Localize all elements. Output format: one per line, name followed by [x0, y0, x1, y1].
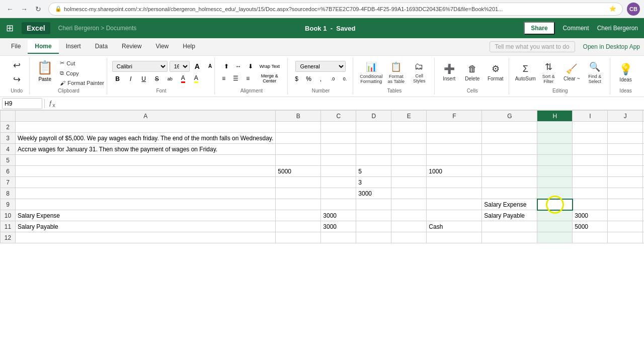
cell-E8[interactable] [391, 188, 427, 199]
row-num-5[interactable]: 5 [1, 155, 16, 166]
cell-D7[interactable]: 3 [356, 177, 391, 188]
cell-F2[interactable] [427, 122, 482, 133]
cell-F9[interactable] [427, 199, 482, 210]
cell-F5[interactable] [427, 155, 482, 166]
cell-A5[interactable] [16, 155, 276, 166]
cell-I7[interactable] [573, 177, 608, 188]
font-size-select[interactable]: 16 [170, 61, 190, 72]
format-as-table-button[interactable]: 📋 Formatas Table [385, 59, 407, 86]
ribbon-tab-data[interactable]: Data [88, 40, 115, 54]
cell-E12[interactable] [391, 232, 427, 243]
cell-C3[interactable] [321, 133, 356, 144]
ribbon-tab-file[interactable]: File [4, 40, 28, 54]
cell-J10[interactable] [608, 210, 643, 221]
cell-H5[interactable] [537, 155, 573, 166]
bold-button[interactable]: B [112, 73, 123, 84]
comma-button[interactable]: , [315, 73, 327, 84]
address-bar[interactable]: 🔒 holmescc-my.sharepoint.com/:x:/r/perso… [48, 3, 623, 16]
wrap-text-button[interactable]: Wrap Text [257, 61, 282, 72]
cell-J4[interactable] [608, 144, 643, 155]
cell-A12[interactable] [16, 232, 276, 243]
cell-G10[interactable]: Salary Payable [482, 210, 537, 221]
autosum-button[interactable]: Σ AutoSum [514, 62, 536, 83]
cell-G7[interactable] [482, 177, 537, 188]
cell-B12[interactable] [276, 232, 321, 243]
number-format-select[interactable]: General [295, 61, 346, 72]
percent-button[interactable]: % [303, 73, 314, 84]
cell-C4[interactable] [321, 144, 356, 155]
fill-color-button[interactable]: A [191, 73, 202, 84]
row-num-7[interactable]: 7 [1, 177, 16, 188]
row-num-9[interactable]: 9 [1, 199, 16, 210]
cell-I10[interactable]: 3000 [573, 210, 608, 221]
row-num-6[interactable]: 6 [1, 166, 16, 177]
cell-I4[interactable] [573, 144, 608, 155]
refresh-button[interactable]: ↻ [32, 3, 44, 15]
cell-J11[interactable] [608, 221, 643, 232]
ribbon-tab-view[interactable]: View [148, 40, 176, 54]
decrease-font-button[interactable]: A [205, 61, 216, 72]
col-header-D[interactable]: D [356, 111, 391, 122]
cell-E10[interactable] [391, 210, 427, 221]
cell-F12[interactable] [427, 232, 482, 243]
cell-C8[interactable] [321, 188, 356, 199]
cell-H2[interactable] [537, 122, 573, 133]
undo-button[interactable]: ↩ [8, 59, 26, 71]
cell-E6[interactable] [391, 166, 427, 177]
cell-C2[interactable] [321, 122, 356, 133]
format-cells-button[interactable]: ⚙ Format [485, 61, 507, 83]
col-header-F[interactable]: F [427, 111, 482, 122]
cell-H9[interactable] [537, 199, 573, 210]
cell-B2[interactable] [276, 122, 321, 133]
cell-G11[interactable] [482, 221, 537, 232]
underline-button[interactable]: U [138, 73, 149, 84]
cell-C5[interactable] [321, 155, 356, 166]
cell-J2[interactable] [608, 122, 643, 133]
cell-E7[interactable] [391, 177, 427, 188]
format-painter-button[interactable]: 🖌 Format Painter [58, 79, 106, 87]
cell-J7[interactable] [608, 177, 643, 188]
cell-F3[interactable] [427, 133, 482, 144]
col-header-I[interactable]: I [573, 111, 608, 122]
increase-font-button[interactable]: A [192, 61, 203, 72]
align-bottom-button[interactable]: ⬇ [245, 61, 256, 72]
ribbon-tab-help[interactable]: Help [176, 40, 202, 54]
cell-H7[interactable] [537, 177, 573, 188]
col-header-E[interactable]: E [391, 111, 427, 122]
cell-J3[interactable] [608, 133, 643, 144]
align-right-button[interactable]: ≡ [243, 73, 254, 84]
cell-G6[interactable] [482, 166, 537, 177]
cell-F7[interactable] [427, 177, 482, 188]
ribbon-tab-review[interactable]: Review [115, 40, 148, 54]
row-num-8[interactable]: 8 [1, 188, 16, 199]
cell-G9[interactable]: Salary Expense [482, 199, 537, 210]
cell-B3[interactable] [276, 133, 321, 144]
cell-C6[interactable] [321, 166, 356, 177]
col-header-B[interactable]: B [276, 111, 321, 122]
find-select-button[interactable]: 🔍 Find &Select [584, 59, 606, 86]
cell-H10[interactable] [537, 210, 573, 221]
cell-I9[interactable] [573, 199, 608, 210]
ribbon-search-bar[interactable]: Tell me what you want to do [490, 41, 575, 52]
col-header-H[interactable]: H [537, 111, 573, 122]
cell-H3[interactable] [537, 133, 573, 144]
cell-D10[interactable] [356, 210, 391, 221]
cell-G2[interactable] [482, 122, 537, 133]
cell-D4[interactable] [356, 144, 391, 155]
cell-D3[interactable] [356, 133, 391, 144]
cell-G3[interactable] [482, 133, 537, 144]
cell-A6[interactable] [16, 166, 276, 177]
redo-button[interactable]: ↪ [8, 73, 26, 85]
subscript-button[interactable]: ab [165, 73, 176, 84]
cell-I6[interactable] [573, 166, 608, 177]
currency-button[interactable]: $ [291, 73, 302, 84]
cell-F10[interactable] [427, 210, 482, 221]
cell-A2[interactable] [16, 122, 276, 133]
cell-J8[interactable] [608, 188, 643, 199]
align-top-button[interactable]: ⬆ [221, 61, 232, 72]
cell-D9[interactable] [356, 199, 391, 210]
cell-E2[interactable] [391, 122, 427, 133]
ribbon-tab-insert[interactable]: Insert [59, 40, 88, 54]
strikethrough-button[interactable]: S [151, 73, 163, 84]
profile-avatar[interactable]: CB [627, 3, 640, 16]
